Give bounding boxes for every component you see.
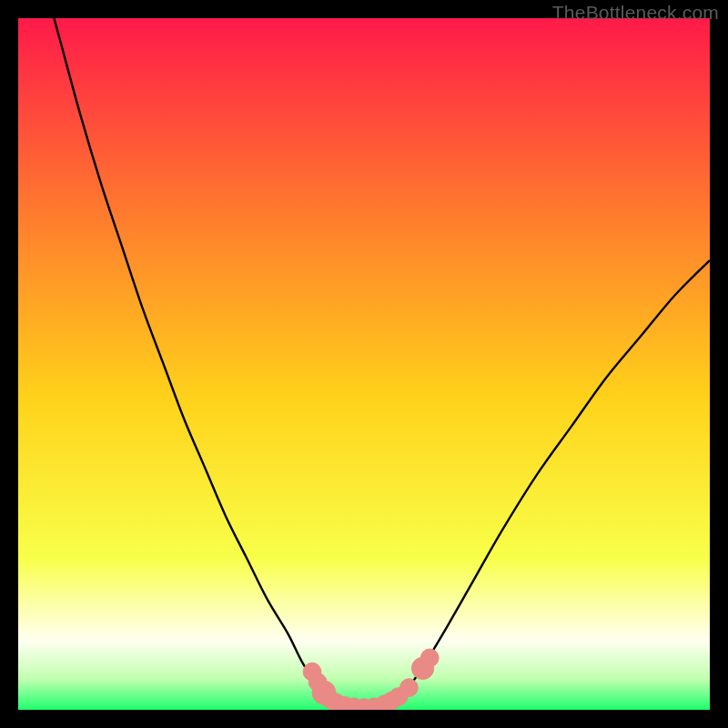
data-marker [400, 679, 419, 697]
bottleneck-chart [18, 18, 710, 710]
data-marker [420, 649, 439, 667]
plot-area [18, 18, 710, 710]
attribution-text: TheBottleneck.com [552, 2, 719, 24]
gradient-background [18, 18, 710, 710]
chart-frame: TheBottleneck.com [0, 0, 728, 728]
